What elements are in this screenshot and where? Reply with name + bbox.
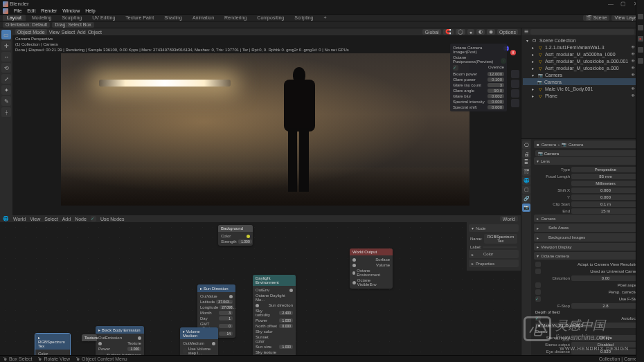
ws-scripting[interactable]: Scripting xyxy=(290,15,317,21)
ws-shading[interactable]: Shading xyxy=(160,15,186,21)
rp-specshift[interactable]: Spectral shift0.000 xyxy=(451,105,506,110)
node-background[interactable]: Background Color Strength1.000 xyxy=(218,225,253,246)
tool-measure[interactable]: ⟊ xyxy=(1,107,11,117)
tool-move[interactable]: ↔ xyxy=(1,52,11,62)
tab-scene[interactable]: 🎬 xyxy=(522,168,530,176)
snap-icon[interactable]: 🧲 xyxy=(443,29,454,35)
rp-raycount[interactable]: Glare ray count3 xyxy=(451,82,506,88)
section-bg[interactable]: ▸ Background Images xyxy=(534,233,641,242)
node-name-field[interactable]: RGBSpectrum Tex xyxy=(484,234,517,244)
eye-icon[interactable]: 👁 xyxy=(631,73,635,78)
ol-item[interactable]: ▸▽Asrt_modular_M_utosidoke_a.000👁📷 xyxy=(523,64,643,71)
postprocess-panel[interactable]: Octane Camera Imager(Post) Octane Postpr… xyxy=(450,44,507,111)
tab-camera-data[interactable]: 📷 xyxy=(522,203,530,212)
ne-node[interactable]: Node xyxy=(75,217,87,221)
os-item[interactable] xyxy=(638,14,643,19)
options-dropdown[interactable]: Options xyxy=(497,29,518,35)
global-dropdown[interactable]: Global xyxy=(422,29,440,35)
vp-menu-view[interactable]: View xyxy=(49,30,60,35)
rp-blur[interactable]: Glare blur0.002 xyxy=(451,93,506,99)
shading-wireframe-icon[interactable]: ◯ xyxy=(456,29,465,35)
ne-add[interactable]: Add xyxy=(62,217,71,221)
node-canvas[interactable]: Background Color Strength1.000 World Out… xyxy=(0,222,521,362)
type-dropdown[interactable]: Perspective xyxy=(571,167,640,172)
node-texture[interactable]: Texture xyxy=(82,334,97,341)
node-label-field[interactable] xyxy=(483,246,517,248)
node-world-output-head[interactable]: World Output xyxy=(350,248,393,255)
ws-uv[interactable]: UV Editing xyxy=(88,15,119,21)
world-datablock[interactable]: World xyxy=(500,216,518,221)
rp-specint[interactable]: Spectral intensity0.000 xyxy=(451,99,506,105)
outliner-search[interactable] xyxy=(530,29,634,35)
ne-view[interactable]: View xyxy=(30,217,40,221)
ol-item[interactable]: ▸▽Plane👁📷 xyxy=(523,92,643,99)
section-camera[interactable]: ▸ Camera xyxy=(534,215,641,222)
maximize-button[interactable]: ▢ xyxy=(618,1,629,8)
node-daylight-env[interactable]: Daylight Environment OutEnv Octane Dayli… xyxy=(253,275,296,362)
os-item[interactable]: ● xyxy=(638,36,643,42)
distortion-field[interactable]: 0.00 xyxy=(571,275,640,281)
tool-annotate[interactable]: ✎ xyxy=(1,96,11,106)
ws-animation[interactable]: Animation xyxy=(188,15,218,21)
tab-render[interactable]: 🖵 xyxy=(522,141,530,149)
clip-start-field[interactable]: 0.1 m xyxy=(571,201,640,207)
tab-world[interactable]: 🌐 xyxy=(522,177,530,185)
ol-item[interactable]: ▸▽Asrt_modular_M_a5000ha_l.000👁📷 xyxy=(523,51,643,57)
tool-scale[interactable]: ⤢ xyxy=(1,74,11,84)
section-vp[interactable]: ▸ Viewport Display xyxy=(534,243,641,251)
lens-unit-dropdown[interactable]: Millimeters xyxy=(571,181,640,186)
node-volume-head[interactable]: ▸ Volume Medium xyxy=(180,327,218,339)
eye-icon[interactable]: 👁 xyxy=(631,59,635,64)
drag-dropdown[interactable]: Drag: Select Box xyxy=(52,22,94,28)
eye-icon[interactable]: 👁 xyxy=(631,66,635,71)
node-background-head[interactable]: Background xyxy=(218,225,253,232)
use-fstop-check[interactable] xyxy=(535,296,541,302)
node-sun-head[interactable]: ▸ Sun Direction xyxy=(197,284,235,292)
shift-x-field[interactable]: 0.000 xyxy=(571,188,640,193)
viewport[interactable]: ▭ ✛ ↔ ⟲ ⤢ ✦ ✎ ⟊ Object Mode View Select … xyxy=(0,28,521,215)
tab-viewlayer[interactable]: ≣ xyxy=(522,159,530,167)
ne-select[interactable]: Select xyxy=(44,217,57,221)
minimize-button[interactable]: — xyxy=(605,1,616,8)
section-octane[interactable]: ▾ Octane camera xyxy=(534,252,641,260)
scene-selector[interactable]: 🎬Scene xyxy=(583,15,610,21)
ws-rendering[interactable]: Rendering xyxy=(220,15,251,21)
os-item[interactable] xyxy=(638,25,643,30)
tab-output[interactable]: 🖨 xyxy=(522,150,530,158)
ws-compositing[interactable]: Compositing xyxy=(253,15,288,21)
ol-item-camera-parent[interactable]: ▾📷Camera👁📷 xyxy=(523,71,643,78)
menu-edit[interactable]: Edit xyxy=(27,8,35,13)
node-properties-section[interactable]: ▸ Properties xyxy=(469,260,519,267)
menu-render[interactable]: Render xyxy=(41,8,57,13)
tool-cursor[interactable]: ✛ xyxy=(1,41,11,51)
menu-file[interactable]: File xyxy=(14,8,21,13)
ws-add[interactable]: + xyxy=(320,15,331,21)
tool-rotate[interactable]: ⟲ xyxy=(1,63,11,73)
focal-length-field[interactable]: 85 mm xyxy=(571,174,640,179)
ws-texpaint[interactable]: Texture Paint xyxy=(121,15,158,21)
mode-dropdown[interactable]: Object Mode xyxy=(15,29,47,35)
render-view[interactable]: Camera Perspective (1) Collection | Came… xyxy=(12,35,521,215)
ol-item[interactable]: ▸▽Male Vic 01_Body.001👁📷 xyxy=(523,85,643,92)
ws-modeling[interactable]: Modeling xyxy=(28,15,55,21)
rp-bloom[interactable]: Bloom power12.000 xyxy=(451,71,506,77)
outliner[interactable]: ☰ ▼ ▾🗀Scene Collection ▸▽1.2.1-but1FemVa… xyxy=(521,28,644,139)
node-rgb-head[interactable]: ▸ RGBSpectrum Tex xyxy=(35,334,70,350)
rp-glare[interactable]: Glare power0.100 xyxy=(451,77,506,82)
fstop-field[interactable]: 2.8 xyxy=(571,303,640,309)
eye-icon[interactable]: 👁 xyxy=(631,93,635,98)
vp-menu-object[interactable]: Object xyxy=(88,30,102,35)
ol-scene-collection[interactable]: ▾🗀Scene Collection xyxy=(523,37,643,44)
eye-icon[interactable]: 👁 xyxy=(631,87,635,91)
orientation-dropdown[interactable]: Orientation: Default xyxy=(3,22,50,28)
tool-transform[interactable]: ✦ xyxy=(1,85,11,95)
os-item[interactable] xyxy=(638,58,643,64)
node-world-output[interactable]: World Output Surface Volume Octane Envir… xyxy=(350,248,393,289)
vp-menu-add[interactable]: Add xyxy=(77,30,85,35)
shading-render-icon[interactable]: ◉ xyxy=(487,29,495,35)
outliner-type-icon[interactable]: ☰ xyxy=(524,29,528,35)
menu-help[interactable]: Help xyxy=(85,8,95,13)
lens-section-header[interactable]: ▾ Lens xyxy=(534,157,641,165)
tab-object[interactable]: ▢ xyxy=(522,185,530,194)
menu-window[interactable]: Window xyxy=(62,8,80,13)
